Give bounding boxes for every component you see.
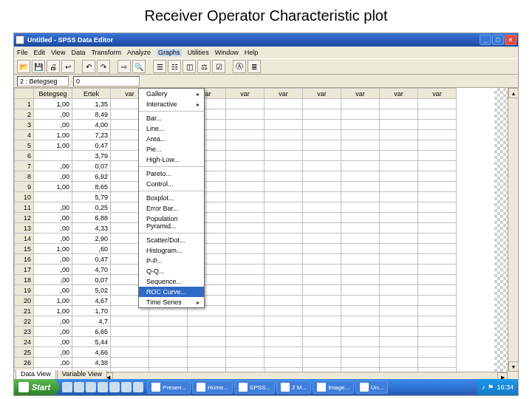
menu-item-bar[interactable]: Bar... [139, 113, 204, 123]
data-cell[interactable]: 2,90 [72, 233, 111, 244]
data-cell[interactable] [418, 275, 457, 285]
data-cell[interactable] [341, 337, 380, 347]
data-cell[interactable] [265, 109, 303, 120]
menu-item-error-bar[interactable]: Error Bar... [139, 203, 204, 214]
data-cell[interactable] [380, 182, 418, 192]
quick-launch-icon[interactable] [98, 382, 108, 392]
data-cell[interactable] [418, 182, 457, 192]
data-cell[interactable] [188, 358, 226, 368]
minimize-button[interactable]: _ [480, 35, 491, 45]
row-header[interactable]: 13 [15, 223, 34, 233]
data-cell[interactable] [341, 223, 380, 233]
menu-analyze[interactable]: Analyze [127, 49, 151, 56]
data-cell[interactable]: 5,79 [72, 192, 111, 202]
data-cell[interactable]: ,00 [34, 223, 72, 233]
data-cell[interactable]: 0,07 [72, 275, 111, 285]
data-cell[interactable] [380, 192, 418, 202]
row-header[interactable]: 2 [15, 109, 34, 120]
data-cell[interactable]: ,00 [34, 347, 72, 358]
menu-item-sequence[interactable]: Sequence... [139, 276, 204, 287]
cell-value-input[interactable]: 0 [73, 76, 140, 86]
data-cell[interactable] [34, 192, 72, 202]
data-cell[interactable]: 1,00 [34, 182, 72, 192]
data-cell[interactable] [111, 327, 149, 337]
data-cell[interactable] [341, 202, 380, 213]
data-cell[interactable] [111, 358, 149, 368]
data-cell[interactable] [303, 182, 341, 192]
row-header[interactable]: 15 [15, 244, 34, 254]
data-cell[interactable]: 6,88 [72, 213, 111, 223]
data-cell[interactable] [226, 358, 265, 368]
data-cell[interactable]: ,00 [34, 285, 72, 296]
data-cell[interactable] [380, 171, 418, 182]
row-header[interactable]: 4 [15, 130, 34, 140]
column-header[interactable]: var [226, 89, 265, 99]
data-cell[interactable]: ,00 [34, 265, 72, 275]
quick-launch-icon[interactable] [62, 382, 72, 392]
data-cell[interactable] [380, 306, 418, 316]
data-cell[interactable] [418, 316, 457, 327]
insert-var-button[interactable]: ☷ [168, 60, 181, 73]
data-cell[interactable] [226, 306, 265, 316]
taskbar-button[interactable]: Presen... [147, 381, 191, 394]
row-header[interactable]: 12 [15, 213, 34, 223]
data-cell[interactable]: 8,65 [72, 182, 111, 192]
tray-icon[interactable]: ♪ [482, 383, 485, 391]
tray-icon[interactable]: ⚑ [488, 383, 494, 391]
data-cell[interactable] [34, 151, 72, 161]
menu-item-p-p[interactable]: P-P... [139, 256, 204, 266]
column-header[interactable]: var [418, 89, 457, 99]
row-header[interactable]: 17 [15, 265, 34, 275]
row-header[interactable]: 20 [15, 296, 34, 306]
data-cell[interactable] [265, 140, 303, 151]
data-cell[interactable] [265, 327, 303, 337]
data-cell[interactable] [265, 306, 303, 316]
data-cell[interactable] [226, 120, 265, 130]
menu-edit[interactable]: Edit [34, 49, 46, 56]
data-cell[interactable] [303, 161, 341, 171]
column-header[interactable]: Betegseg [34, 89, 72, 99]
data-cell[interactable] [380, 202, 418, 213]
row-header[interactable]: 6 [15, 151, 34, 161]
data-cell[interactable]: 5,44 [72, 337, 111, 347]
menu-data[interactable]: Data [71, 49, 85, 56]
data-cell[interactable]: 1,00 [34, 130, 72, 140]
data-cell[interactable] [188, 327, 226, 337]
quick-launch-icon[interactable] [109, 382, 120, 392]
data-cell[interactable] [265, 161, 303, 171]
data-cell[interactable] [380, 296, 418, 306]
data-cell[interactable]: 8,49 [72, 109, 111, 120]
data-cell[interactable]: 1,00 [34, 306, 72, 316]
data-cell[interactable] [341, 151, 380, 161]
data-cell[interactable]: 4,7 [72, 316, 111, 327]
menu-item-high-low[interactable]: High-Low... [139, 154, 204, 165]
data-cell[interactable] [418, 151, 457, 161]
data-cell[interactable] [418, 161, 457, 171]
data-cell[interactable]: 4,70 [72, 265, 111, 275]
data-cell[interactable] [341, 316, 380, 327]
data-cell[interactable] [265, 296, 303, 306]
row-header[interactable]: 14 [15, 233, 34, 244]
data-cell[interactable] [303, 265, 341, 275]
quick-launch-icon[interactable] [74, 382, 84, 392]
data-grid[interactable]: BetegsegErtekvarvarvarvarvarvarvarvarvar… [14, 88, 457, 372]
data-cell[interactable] [341, 140, 380, 151]
data-cell[interactable] [226, 347, 265, 358]
data-cell[interactable] [111, 316, 149, 327]
data-cell[interactable] [380, 265, 418, 275]
value-labels-button[interactable]: Ⓐ [233, 60, 246, 73]
data-cell[interactable] [303, 337, 341, 347]
data-cell[interactable] [149, 327, 188, 337]
data-cell[interactable] [418, 213, 457, 223]
data-cell[interactable] [418, 202, 457, 213]
menu-item-population-pyramid[interactable]: Population Pyramid... [139, 214, 204, 231]
data-cell[interactable] [265, 202, 303, 213]
menu-item-pareto[interactable]: Pareto... [139, 168, 204, 179]
data-cell[interactable] [226, 265, 265, 275]
undo-button[interactable]: ↶ [82, 60, 95, 73]
data-cell[interactable]: ,60 [72, 244, 111, 254]
data-cell[interactable] [418, 109, 457, 120]
menu-item-time-series[interactable]: Time Series [139, 297, 204, 307]
data-cell[interactable] [226, 233, 265, 244]
data-cell[interactable] [380, 347, 418, 358]
